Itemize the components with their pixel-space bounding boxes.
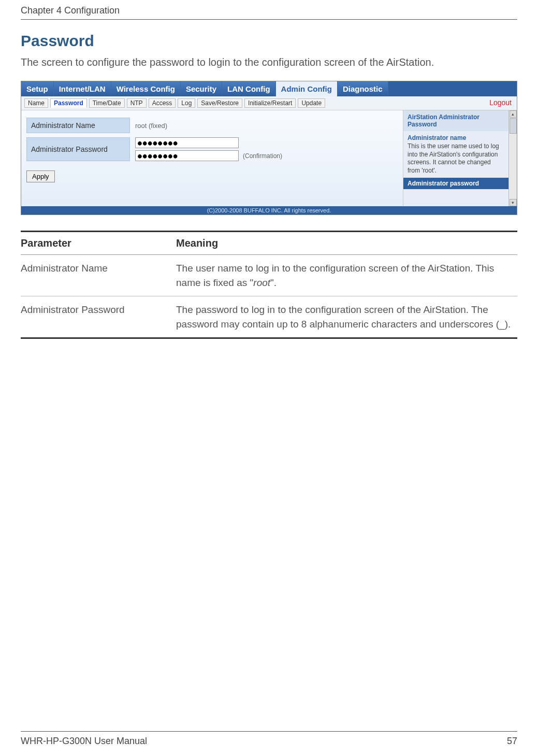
- section-intro: The screen to configure the password to …: [21, 55, 517, 69]
- tab-internet-lan[interactable]: Internet/LAN: [54, 81, 111, 96]
- subtab-update[interactable]: Update: [298, 98, 325, 108]
- table-row: Administrator PasswordThe password to lo…: [21, 296, 517, 339]
- scroll-up-icon[interactable]: ▴: [510, 110, 517, 118]
- header-parameter: Parameter: [21, 237, 176, 249]
- tab-lan-config[interactable]: LAN Config: [222, 81, 275, 96]
- help-subheading-name: Administrator name: [403, 131, 508, 142]
- table-header: Parameter Meaning: [21, 231, 517, 255]
- sub-tabs: NamePasswordTime/DateNTPAccessLogSave/Re…: [21, 96, 517, 110]
- param-name: Administrator Name: [21, 261, 176, 290]
- page-footer: WHR-HP-G300N User Manual 57: [21, 731, 517, 747]
- help-scrollbar[interactable]: ▴ ▾: [508, 110, 517, 206]
- password-confirm-input[interactable]: [135, 150, 239, 161]
- subtab-access[interactable]: Access: [149, 98, 176, 108]
- apply-button[interactable]: Apply: [26, 170, 55, 182]
- scroll-thumb[interactable]: [510, 118, 517, 134]
- help-title: AirStation Administrator Password: [403, 110, 508, 131]
- param-meaning: The password to log in to the configurat…: [176, 303, 517, 331]
- tab-wireless-config[interactable]: Wireless Config: [111, 81, 181, 96]
- section-title: Password: [21, 32, 517, 50]
- copyright-bar: (C)2000-2008 BUFFALO INC. All rights res…: [21, 206, 517, 215]
- subtab-log[interactable]: Log: [178, 98, 195, 108]
- subtab-initialize-restart[interactable]: Initialize/Restart: [244, 98, 296, 108]
- chapter-label: Chapter 4 Configuration: [21, 5, 120, 16]
- parameter-table: Parameter Meaning Administrator NameThe …: [21, 231, 517, 339]
- admin-name-label: Administrator Name: [26, 118, 130, 133]
- help-text: This is the user name used to log into t…: [403, 142, 508, 178]
- manual-name: WHR-HP-G300N User Manual: [21, 736, 147, 747]
- header-meaning: Meaning: [176, 237, 517, 249]
- tab-diagnostic[interactable]: Diagnostic: [338, 81, 388, 96]
- help-subheading-password: Administrator password: [403, 178, 508, 189]
- param-name: Administrator Password: [21, 303, 176, 331]
- subtab-password[interactable]: Password: [50, 98, 87, 108]
- admin-name-value: root (fixed): [130, 122, 167, 130]
- help-panel: AirStation Administrator Password Admini…: [403, 110, 517, 206]
- page-header: Chapter 4 Configuration: [21, 0, 517, 20]
- router-ui-screenshot: SetupInternet/LANWireless ConfigSecurity…: [21, 81, 517, 215]
- confirmation-label: (Confirmation): [243, 152, 282, 160]
- tab-admin-config[interactable]: Admin Config: [276, 81, 338, 96]
- scroll-down-icon[interactable]: ▾: [510, 199, 517, 206]
- main-tabs: SetupInternet/LANWireless ConfigSecurity…: [21, 81, 517, 96]
- subtab-save-restore[interactable]: Save/Restore: [197, 98, 242, 108]
- param-meaning: The user name to log in to the configura…: [176, 261, 517, 290]
- config-form: Administrator Name root (fixed) Administ…: [21, 110, 403, 206]
- tab-security[interactable]: Security: [181, 81, 222, 96]
- subtab-ntp[interactable]: NTP: [127, 98, 147, 108]
- tab-setup[interactable]: Setup: [21, 81, 54, 96]
- logout-link[interactable]: Logout: [489, 98, 512, 107]
- subtab-name[interactable]: Name: [24, 98, 48, 108]
- subtab-time-date[interactable]: Time/Date: [89, 98, 125, 108]
- table-row: Administrator NameThe user name to log i…: [21, 255, 517, 296]
- page-number: 57: [507, 736, 517, 747]
- admin-password-label: Administrator Password: [26, 137, 130, 161]
- password-input[interactable]: [135, 137, 239, 148]
